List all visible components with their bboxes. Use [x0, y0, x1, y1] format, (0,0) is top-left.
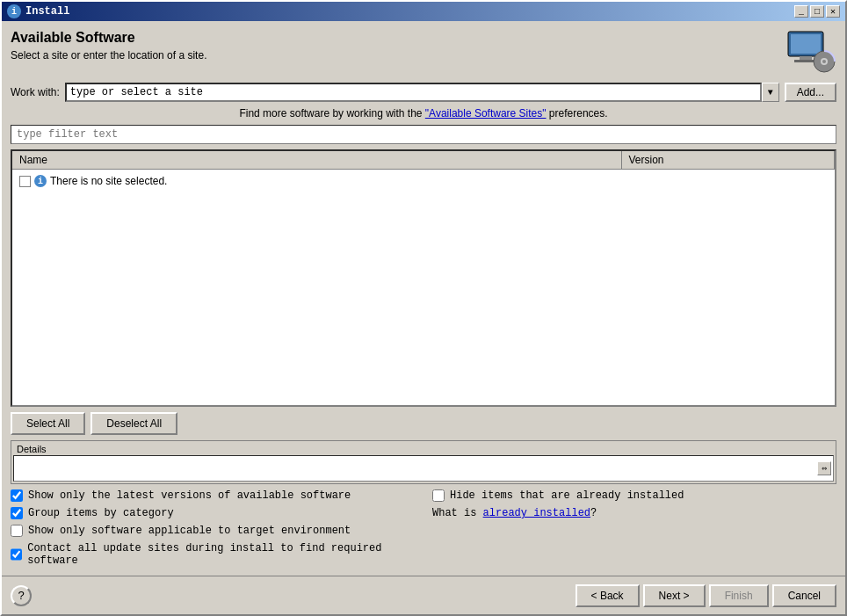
work-with-row: Work with: ▼ Add... — [11, 83, 836, 102]
details-scroll-button[interactable]: ⇔ — [817, 461, 831, 475]
filter-input[interactable] — [11, 125, 836, 144]
work-with-label: Work with: — [11, 86, 60, 98]
maximize-button[interactable]: □ — [810, 5, 824, 18]
header-text: Available Software Select a site or ente… — [11, 30, 206, 62]
main-window: i Install _ □ ✕ Available Software Selec… — [0, 0, 847, 616]
title-bar: i Install _ □ ✕ — [2, 2, 845, 21]
cancel-button[interactable]: Cancel — [772, 584, 836, 607]
already-installed-link[interactable]: already installed — [483, 507, 590, 519]
option-checkbox-1[interactable] — [11, 489, 23, 502]
title-buttons: _ □ ✕ — [794, 5, 840, 18]
add-button[interactable]: Add... — [785, 83, 836, 102]
back-button[interactable]: < Back — [576, 584, 640, 607]
next-button[interactable]: Next > — [643, 584, 706, 607]
help-button[interactable]: ? — [11, 585, 32, 606]
find-more-row: Find more software by working with the "… — [11, 107, 836, 120]
select-buttons-row: Select All Deselect All — [11, 412, 836, 435]
select-all-button[interactable]: Select All — [11, 412, 85, 435]
option-row-1: Show only the latest versions of availab… — [11, 489, 415, 502]
col-name: Name — [12, 151, 622, 169]
table-row: i There is no site selected. — [16, 173, 831, 189]
title-bar-left: i Install — [7, 4, 69, 18]
svg-point-6 — [822, 60, 826, 63]
option-label-1: Show only the latest versions of availab… — [28, 489, 351, 502]
find-more-text-after: preferences. — [547, 107, 608, 120]
finish-button[interactable]: Finish — [709, 584, 769, 607]
close-button[interactable]: ✕ — [826, 5, 840, 18]
option-row-4: Contact all update sites during install … — [11, 542, 415, 567]
svg-rect-2 — [800, 56, 812, 60]
combo-dropdown-button[interactable]: ▼ — [762, 83, 779, 102]
what-is-prefix: What is — [432, 507, 483, 519]
details-label: Details — [13, 443, 834, 455]
option-row-5: Hide items that are already installed — [432, 489, 836, 502]
option-checkbox-4[interactable] — [11, 548, 22, 561]
software-table: Name Version i There is no site selected… — [11, 149, 836, 407]
row-checkbox[interactable] — [19, 176, 31, 187]
col-version: Version — [622, 151, 836, 169]
header-icon — [784, 30, 836, 74]
table-body: i There is no site selected. — [12, 170, 835, 405]
available-software-sites-link[interactable]: "Available Software Sites" — [425, 107, 547, 120]
options-col-2: Hide items that are already installed Wh… — [432, 489, 836, 567]
minimize-button[interactable]: _ — [794, 5, 808, 18]
table-header: Name Version — [12, 151, 835, 170]
details-section: Details ⇔ — [11, 440, 836, 484]
option-row-2: Group items by category — [11, 507, 415, 519]
option-row-3: Show only software applicable to target … — [11, 525, 415, 537]
option-label-5: Hide items that are already installed — [450, 489, 684, 502]
no-site-message: There is no site selected. — [50, 175, 167, 187]
page-subtitle: Select a site or enter the location of a… — [11, 49, 206, 62]
option-checkbox-2[interactable] — [11, 507, 23, 519]
option-label-2: Group items by category — [28, 507, 174, 519]
bottom-bar: ? < Back Next > Finish Cancel — [2, 576, 845, 614]
option-label-4: Contact all update sites during install … — [27, 542, 415, 567]
find-more-text-before: Find more software by working with the — [239, 107, 424, 120]
details-content: ⇔ — [13, 455, 834, 482]
navigation-buttons: < Back Next > Finish Cancel — [576, 584, 836, 607]
work-with-combo: ▼ — [65, 83, 779, 102]
option-checkbox-3[interactable] — [11, 525, 23, 537]
work-with-input[interactable] — [65, 83, 762, 102]
what-is-suffix: ? — [590, 507, 597, 519]
deselect-all-button[interactable]: Deselect All — [90, 412, 177, 435]
what-is-row: What is already installed? — [432, 507, 836, 519]
main-content: Available Software Select a site or ente… — [2, 21, 845, 576]
page-title: Available Software — [11, 30, 206, 46]
window-icon: i — [7, 4, 21, 18]
options-section: Show only the latest versions of availab… — [11, 489, 836, 567]
info-icon: i — [34, 175, 47, 187]
svg-rect-1 — [791, 34, 821, 54]
option-checkbox-5[interactable] — [432, 489, 445, 502]
options-col-1: Show only the latest versions of availab… — [11, 489, 415, 567]
window-title: Install — [25, 5, 69, 18]
header-section: Available Software Select a site or ente… — [11, 30, 836, 74]
option-label-3: Show only software applicable to target … — [28, 525, 351, 537]
